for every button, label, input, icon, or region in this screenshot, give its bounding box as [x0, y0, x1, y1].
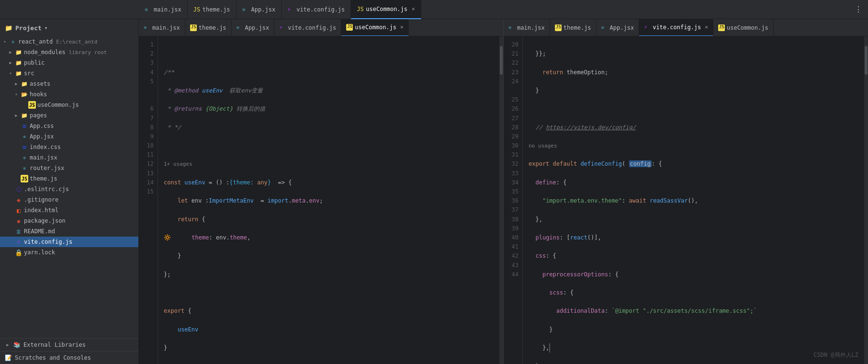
tree-sub: library root: [69, 49, 107, 56]
tree-label: App.jsx: [30, 133, 54, 140]
tree-arrow: ▶: [13, 113, 19, 118]
js-icon: JS: [357, 6, 363, 12]
right-code-area[interactable]: 20 21 22 23 24 25 26 27 28 29 30 31 32 3…: [504, 36, 868, 364]
right-editor-tabs: ⚛ main.jsx JS theme.js ⚛ App.jsx ⚡ vite.…: [504, 19, 868, 36]
left-line-numbers: 1 2 3 4 5 6 7 8 9 10 11 12 13 14 15: [139, 36, 158, 364]
right-tab-app-jsx[interactable]: ⚛ App.jsx: [597, 19, 640, 36]
tree-item-public[interactable]: ▶ 📁 public: [0, 57, 138, 68]
left-scrollbar[interactable]: [499, 36, 503, 364]
tree-arrow: ▶: [5, 342, 11, 347]
file-tree: ▾ ⚛ react_antd E:\react_antd ▶ 📁 node_mo…: [0, 36, 138, 338]
folder-icon: 📁: [21, 112, 28, 119]
tab-vite-config-top[interactable]: ⚡ vite.config.js: [282, 0, 351, 19]
tab-label: theme.js: [564, 24, 591, 31]
tab-label: useCommon.js: [727, 24, 768, 31]
jsx-icon: ⚛: [144, 24, 150, 31]
js-file-icon: JS: [28, 101, 36, 109]
tree-item-main-jsx[interactable]: ⚛ main.jsx: [0, 152, 138, 163]
tree-item-assets[interactable]: ▶ 📁 assets: [0, 79, 138, 89]
tree-label: theme.js: [30, 175, 57, 182]
left-code-area[interactable]: 1 2 3 4 5 6 7 8 9 10 11 12 13 14 15: [139, 36, 503, 364]
tree-item-hooks[interactable]: ▾ 📂 hooks: [0, 89, 138, 100]
left-tab-vite[interactable]: ⚡ vite.config.js: [274, 19, 341, 36]
tab-usecommon-top[interactable]: JS useCommon.js ✕: [351, 0, 421, 19]
js-icon: JS: [346, 24, 353, 31]
tab-app-jsx-top[interactable]: ⚛ App.jsx: [237, 0, 282, 19]
tree-label: .gitignore: [24, 196, 58, 203]
external-libraries-item[interactable]: ▶ 📚 External Libraries: [0, 338, 138, 351]
jsx-file-icon: ⚛: [21, 154, 28, 161]
main-layout: 📁 Project ▾ ▾ ⚛ react_antd E:\react_antd…: [0, 19, 868, 364]
tree-label: main.jsx: [30, 154, 57, 161]
tree-arrow: ▾: [13, 92, 19, 97]
tree-label: router.jsx: [30, 165, 64, 171]
tree-item-eslint[interactable]: ⬡ .eslintrc.cjs: [0, 184, 138, 194]
left-tab-theme-js[interactable]: JS theme.js: [185, 19, 232, 36]
tree-item-pages[interactable]: ▶ 📁 pages: [0, 110, 138, 121]
tree-item-index-css[interactable]: ≡ index.css: [0, 142, 138, 152]
tab-close-button[interactable]: ✕: [412, 6, 415, 12]
tree-item-src[interactable]: ▾ 📁 src: [0, 68, 138, 79]
tree-arrow: ▾: [8, 71, 13, 76]
tree-item-vite-config[interactable]: ⚡ vite.config.js: [0, 237, 138, 247]
tree-item-gitignore[interactable]: ◈ .gitignore: [0, 194, 138, 205]
tab-theme-js-top[interactable]: JS theme.js: [188, 0, 237, 19]
left-scrollbar-thumb[interactable]: [500, 46, 503, 75]
right-line-numbers: 20 21 22 23 24 25 26 27 28 29 30 31 32 3…: [504, 36, 523, 364]
tree-item-router-jsx[interactable]: ⚛ router.jsx: [0, 163, 138, 173]
left-editor-panel: ⚛ main.jsx JS theme.js ⚛ App.jsx ⚡ vite.…: [139, 19, 504, 364]
tree-item-readme[interactable]: ≣ README.md: [0, 226, 138, 237]
scratches-item[interactable]: 📝 Scratches and Consoles: [0, 351, 138, 364]
vite-icon: ⚡: [287, 6, 294, 13]
tree-label: useCommon.js: [37, 102, 79, 108]
tree-item-yarn-lock[interactable]: 🔒 yarn.lock: [0, 247, 138, 258]
left-code-content[interactable]: /** * @method useEnv 获取env变量 * @returns …: [158, 36, 499, 364]
tree-item-node-modules[interactable]: ▶ 📁 node_modules library root: [0, 47, 138, 57]
tab-label: useCommon.js: [355, 24, 396, 31]
top-tab-bar: ⚛ main.jsx JS theme.js ⚛ App.jsx ⚡ vite.…: [0, 0, 868, 19]
tree-item-react-antd[interactable]: ▾ ⚛ react_antd E:\react_antd: [0, 36, 138, 47]
tree-arrow: ▾: [2, 39, 8, 44]
left-tab-app-jsx[interactable]: ⚛ App.jsx: [232, 19, 275, 36]
watermark: CSDN @局外人LZ: [813, 351, 858, 359]
project-chevron[interactable]: ▾: [45, 25, 48, 31]
js-icon: JS: [193, 6, 200, 13]
tree-label: package.json: [24, 217, 66, 224]
scratch-label: Scratches and Consoles: [15, 354, 91, 361]
tree-item-usecommon[interactable]: JS useCommon.js: [0, 100, 138, 110]
scratch-icon: 📝: [5, 354, 12, 361]
right-tab-usecommon[interactable]: JS useCommon.js: [713, 19, 774, 36]
right-scrollbar[interactable]: [864, 36, 868, 364]
eslint-file-icon: ⬡: [15, 185, 23, 193]
left-tab-usecommon[interactable]: JS useCommon.js ✕: [341, 19, 408, 36]
tree-item-app-jsx[interactable]: ⚛ App.jsx: [0, 131, 138, 142]
editor-area: ⚛ main.jsx JS theme.js ⚛ App.jsx ⚡ vite.…: [139, 19, 868, 364]
more-tabs-button[interactable]: ⋮: [849, 5, 868, 14]
tab-label: useCommon.js: [366, 6, 407, 12]
left-tab-main-jsx[interactable]: ⚛ main.jsx: [139, 19, 185, 36]
tab-label: App.jsx: [610, 24, 634, 31]
project-icon: 📁: [5, 24, 12, 32]
tab-main-jsx-top[interactable]: ⚛ main.jsx: [139, 0, 188, 19]
right-tab-vite[interactable]: ⚡ vite.config.js ✕: [639, 19, 713, 36]
tab-label: main.jsx: [154, 6, 181, 13]
tree-item-package-json[interactable]: ◈ package.json: [0, 216, 138, 226]
tree-item-theme-js[interactable]: JS theme.js: [0, 173, 138, 184]
right-scrollbar-thumb[interactable]: [865, 46, 868, 75]
jsx-icon: ⚛: [601, 24, 608, 31]
tree-label: hooks: [30, 91, 47, 98]
sidebar-header: 📁 Project ▾: [0, 19, 138, 36]
ext-lib-icon: 📚: [13, 341, 21, 348]
tab-label: main.jsx: [517, 24, 545, 31]
right-tab-theme-js[interactable]: JS theme.js: [550, 19, 597, 36]
sidebar-title: Project: [15, 24, 42, 32]
tree-item-index-html[interactable]: ◧ index.html: [0, 205, 138, 216]
right-code-content[interactable]: }}; return themeOption; } // https://vit…: [523, 36, 864, 364]
tab-close-button[interactable]: ✕: [705, 24, 708, 30]
right-tab-main-jsx[interactable]: ⚛ main.jsx: [504, 19, 550, 36]
tab-label: App.jsx: [245, 24, 270, 31]
tree-item-app-css[interactable]: ≡ App.css: [0, 121, 138, 131]
tab-close-button[interactable]: ✕: [400, 24, 404, 30]
tab-label: theme.js: [203, 6, 230, 13]
tree-label: pages: [30, 112, 47, 119]
